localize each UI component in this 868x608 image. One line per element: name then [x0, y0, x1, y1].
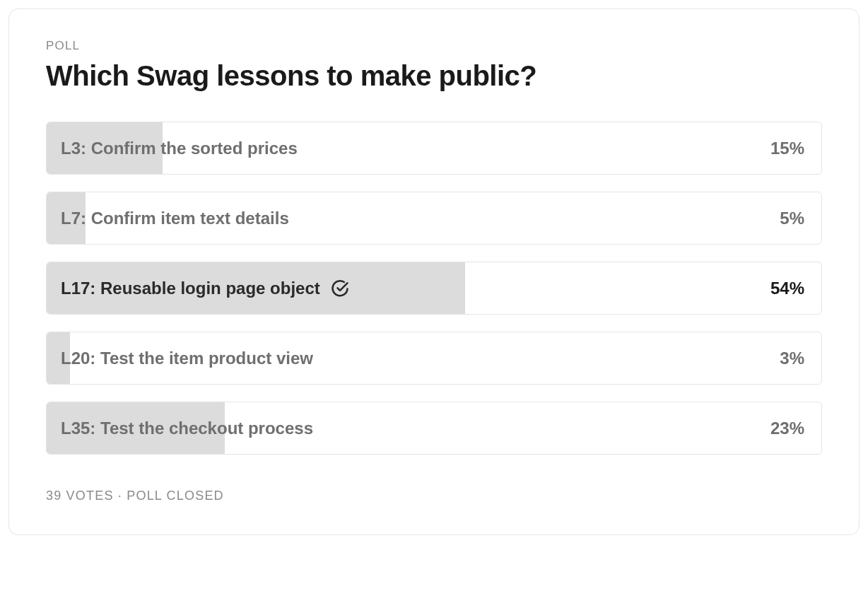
poll-option-percent: 54%: [770, 279, 804, 298]
poll-option-label-wrap: L7: Confirm item text details: [61, 209, 289, 228]
poll-option[interactable]: L20: Test the item product view 3%: [46, 332, 822, 385]
poll-option-content: L20: Test the item product view 3%: [47, 349, 821, 368]
poll-option[interactable]: L3: Confirm the sorted prices 15%: [46, 122, 822, 175]
poll-option-percent: 23%: [770, 419, 804, 438]
poll-option-label-wrap: L35: Test the checkout process: [61, 419, 313, 438]
poll-option-label: L17: Reusable login page object: [61, 279, 320, 298]
poll-option-label-wrap: L17: Reusable login page object: [61, 279, 350, 298]
poll-option-label: L7: Confirm item text details: [61, 209, 289, 228]
poll-option-label-wrap: L20: Test the item product view: [61, 349, 313, 368]
poll-option[interactable]: L17: Reusable login page object 54%: [46, 262, 822, 315]
poll-label: POLL: [46, 39, 822, 53]
poll-option-content: L7: Confirm item text details 5%: [47, 209, 821, 228]
poll-option[interactable]: L7: Confirm item text details 5%: [46, 192, 822, 245]
poll-card: POLL Which Swag lessons to make public? …: [8, 8, 860, 535]
poll-option[interactable]: L35: Test the checkout process 23%: [46, 402, 822, 455]
poll-option-percent: 3%: [780, 349, 804, 368]
poll-option-percent: 15%: [770, 139, 804, 158]
poll-option-label-wrap: L3: Confirm the sorted prices: [61, 139, 298, 158]
poll-option-label: L35: Test the checkout process: [61, 419, 313, 438]
poll-option-label: L20: Test the item product view: [61, 349, 313, 368]
poll-option-percent: 5%: [780, 209, 804, 228]
poll-option-content: L35: Test the checkout process 23%: [47, 419, 821, 438]
poll-title: Which Swag lessons to make public?: [46, 60, 822, 92]
check-circle-icon: [330, 279, 350, 298]
poll-options: L3: Confirm the sorted prices 15% L7: Co…: [46, 122, 822, 455]
poll-footer: 39 VOTES · POLL CLOSED: [46, 489, 822, 503]
poll-option-content: L3: Confirm the sorted prices 15%: [47, 139, 821, 158]
poll-option-content: L17: Reusable login page object 54%: [47, 279, 821, 298]
poll-option-label: L3: Confirm the sorted prices: [61, 139, 298, 158]
